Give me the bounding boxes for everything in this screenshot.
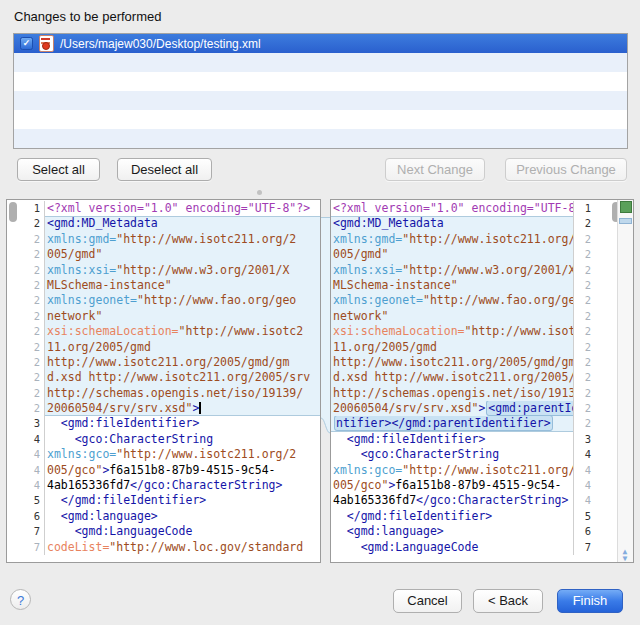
code-text: codeList="http://www.loc.gov/standard: [45, 540, 320, 555]
line-number: 2: [573, 401, 591, 416]
line-number: 7: [20, 540, 45, 555]
arrow-down-icon[interactable]: ▼: [618, 555, 632, 562]
code-text: </gmd:fileIdentifier>: [45, 493, 320, 508]
inserted-text-highlight: <gmd:parentIde: [486, 401, 573, 416]
code-text: xmlns:gco="http://www.isotc211.org/2: [331, 463, 573, 478]
finish-button[interactable]: Finish: [557, 589, 623, 613]
deselect-all-button[interactable]: Deselect all: [117, 158, 212, 181]
dialog-title: Changes to be performed: [14, 9, 161, 24]
line-number: 2: [20, 278, 45, 293]
line-number: 2: [573, 386, 591, 401]
code-text: xsi:schemaLocation="http://www.isotc2: [331, 324, 573, 339]
line-number: 2: [573, 278, 591, 293]
code-line: 44ab165336fd7</gco:CharacterString>: [331, 493, 591, 508]
code-text: <gmd:MD_Metadata: [45, 216, 320, 231]
code-line: 2d.xsd http://www.isotc211.org/2005/srv: [331, 370, 591, 385]
code-line: 1<?xml version="1.0" encoding="UTF-8"?>: [20, 201, 320, 216]
code-text: network": [45, 309, 320, 324]
code-line: 2d.xsd http://www.isotc211.org/2005/srv: [20, 370, 320, 385]
error-stripe[interactable]: ▲ ▼: [617, 200, 633, 562]
code-line: 7 <gmd:LanguageCode: [20, 524, 320, 539]
code-line: 7codeList="http://www.loc.gov/standard: [20, 540, 320, 555]
line-number: 3: [20, 416, 45, 431]
code-text: d.xsd http://www.isotc211.org/2005/srv: [45, 370, 320, 385]
left-scrollbar-thumb[interactable]: [9, 202, 17, 222]
next-change-button[interactable]: Next Change: [385, 158, 485, 181]
jump-to-change-arrows[interactable]: ▲ ▼: [618, 548, 632, 562]
code-line: 44ab165336fd7</gco:CharacterString>: [20, 478, 320, 493]
code-line: 2http://www.isotc211.org/2005/gmd/gm: [331, 355, 591, 370]
line-number: 7: [20, 524, 45, 539]
code-line: 2xmlns:xsi="http://www.w3.org/2001/X: [20, 263, 320, 278]
line-number: 2: [573, 263, 591, 278]
code-text: <gco:CharacterString: [45, 432, 320, 447]
code-text: <gmd:language>: [45, 509, 320, 524]
code-text: 005/gmd": [331, 247, 573, 262]
code-line: 2MLSchema-instance": [331, 278, 591, 293]
checkbox-checked-icon[interactable]: ✓: [20, 37, 33, 50]
code-line: 3 <gmd:fileIdentifier>: [331, 432, 591, 447]
list-row[interactable]: [14, 53, 627, 72]
file-list[interactable]: ✓ /Users/majew030/Desktop/testing.xml: [13, 33, 628, 149]
file-row-selected[interactable]: ✓ /Users/majew030/Desktop/testing.xml: [14, 34, 627, 53]
code-text: 005/gco">f6a151b8-87b9-4515-9c54-: [331, 478, 573, 493]
line-number: 2: [573, 309, 591, 324]
code-text: 11.org/2005/gmd: [331, 340, 573, 355]
line-number: 2: [20, 401, 45, 416]
line-number: 2: [20, 340, 45, 355]
code-line: 2xmlns:gmd="http://www.isotc211.org/2: [331, 232, 591, 247]
code-line: 220060504/srv/srv.xsd">: [20, 401, 320, 416]
code-text: xmlns:gmd="http://www.isotc211.org/2: [45, 232, 320, 247]
select-all-button[interactable]: Select all: [17, 158, 100, 181]
code-text: <gmd:MD_Metadata: [331, 216, 573, 231]
line-number: 2: [20, 309, 45, 324]
code-text: <gmd:LanguageCode: [45, 524, 320, 539]
line-number: 2: [573, 293, 591, 308]
code-line: 2xsi:schemaLocation="http://www.isotc2: [331, 324, 591, 339]
line-number: 2: [20, 263, 45, 278]
list-row[interactable]: [14, 110, 627, 129]
code-text: <?xml version="1.0" encoding="UTF-8"?>: [45, 201, 320, 216]
line-number: 2: [20, 386, 45, 401]
code-line: 2http://www.isotc211.org/2005/gmd/gm: [20, 355, 320, 370]
analysis-ok-marker-icon: [620, 201, 632, 213]
code-line: 2xsi:schemaLocation="http://www.isotc2: [20, 324, 320, 339]
code-text: </gmd:fileIdentifier>: [331, 509, 573, 524]
code-text: xmlns:gmd="http://www.isotc211.org/2: [331, 232, 573, 247]
diff-pane-left[interactable]: 1<?xml version="1.0" encoding="UTF-8"?>2…: [6, 199, 321, 563]
line-number: 2: [573, 232, 591, 247]
splitter-handle-dot[interactable]: [257, 190, 262, 195]
code-text: d.xsd http://www.isotc211.org/2005/srv: [331, 370, 573, 385]
line-number: 4: [573, 478, 591, 493]
line-number: 4: [573, 463, 591, 478]
line-number: 1: [20, 201, 45, 216]
diff-pane-right[interactable]: 1<?xml version="1.0" encoding="UTF-8"?>2…: [330, 199, 634, 563]
line-number: 2: [20, 370, 45, 385]
changes-dialog: Changes to be performed ✓ /Users/majew03…: [0, 0, 640, 625]
code-line: 5 </gmd:fileIdentifier>: [20, 493, 320, 508]
code-text: 11.org/2005/gmd: [45, 340, 320, 355]
line-number: 4: [20, 478, 45, 493]
line-number: 2: [20, 324, 45, 339]
previous-change-button[interactable]: Previous Change: [505, 158, 627, 181]
code-text: 005/gco">f6a151b8-87b9-4515-9c54-: [45, 463, 320, 478]
code-line: 2network": [331, 309, 591, 324]
line-number: 2: [20, 216, 45, 231]
line-number: 6: [20, 509, 45, 524]
list-row[interactable]: [14, 72, 627, 91]
cancel-button[interactable]: Cancel: [393, 589, 462, 613]
list-row[interactable]: [14, 129, 627, 148]
line-number: 1: [573, 201, 591, 216]
back-button[interactable]: < Back: [473, 589, 543, 613]
text-caret: [199, 402, 201, 414]
code-line: 5 </gmd:fileIdentifier>: [331, 509, 591, 524]
help-button[interactable]: ?: [10, 589, 31, 610]
code-text: MLSchema-instance": [331, 278, 573, 293]
line-number: 2: [573, 416, 591, 431]
change-stripe-marker-icon[interactable]: [619, 218, 632, 224]
code-line: 220060504/srv/srv.xsd"><gmd:parentIde: [331, 401, 591, 416]
list-row[interactable]: [14, 91, 627, 110]
code-text: xmlns:xsi="http://www.w3.org/2001/X: [331, 263, 573, 278]
code-line: 1<?xml version="1.0" encoding="UTF-8"?>: [331, 201, 591, 216]
code-line: 2http://schemas.opengis.net/iso/19139/: [331, 386, 591, 401]
